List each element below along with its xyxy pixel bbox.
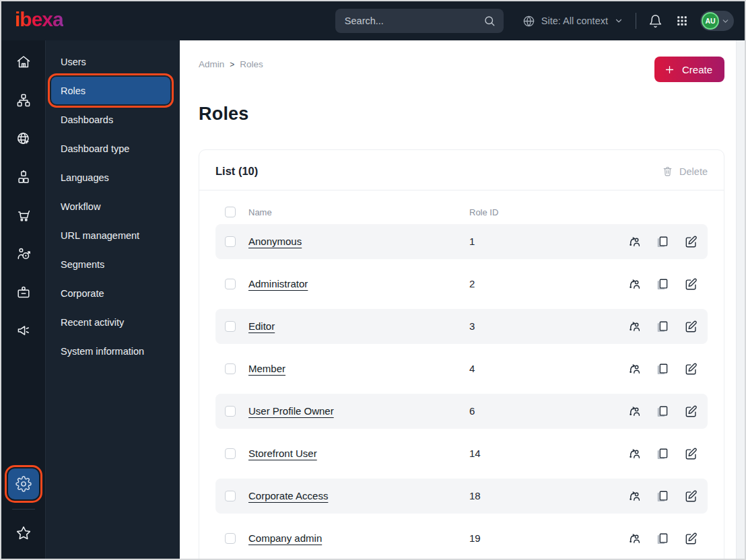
row-checkbox[interactable]	[225, 533, 236, 544]
copy-button[interactable]	[655, 361, 670, 376]
copy-button[interactable]	[655, 277, 670, 291]
sidebar-item-users[interactable]: Users	[51, 47, 170, 76]
site-context-dropdown[interactable]: Site: All context	[522, 15, 623, 28]
create-button[interactable]: Create	[654, 57, 724, 82]
copy-button[interactable]	[655, 319, 670, 334]
rail-product-catalog-button[interactable]	[1, 158, 46, 196]
assign-user-button[interactable]	[627, 489, 642, 503]
row-checkbox[interactable]	[225, 279, 236, 289]
icon-rail	[1, 40, 46, 559]
row-checkbox[interactable]	[225, 236, 236, 247]
breadcrumb-admin[interactable]: Admin	[199, 59, 224, 69]
edit-button[interactable]	[683, 446, 698, 461]
row-checkbox[interactable]	[225, 406, 236, 417]
edit-icon	[683, 446, 698, 461]
row-checkbox[interactable]	[225, 363, 236, 374]
admin-sidebar: Users Roles Dashboards Dashboard type La…	[46, 40, 180, 559]
edit-button[interactable]	[683, 531, 698, 546]
table-row: Anonymous 1	[215, 224, 708, 259]
role-id-value: 2	[469, 278, 475, 289]
assign-user-button[interactable]	[627, 404, 642, 419]
edit-button[interactable]	[683, 277, 698, 291]
sidebar-item-system-information[interactable]: System information	[51, 337, 170, 365]
sidebar-item-label: Languages	[61, 172, 109, 183]
role-name-link[interactable]: Corporate Access	[248, 490, 328, 501]
copy-button[interactable]	[655, 531, 670, 546]
delete-button[interactable]: Delete	[662, 166, 708, 177]
edit-button[interactable]	[683, 319, 698, 334]
role-name-link[interactable]: Editor	[248, 320, 275, 332]
row-actions	[627, 319, 698, 334]
globe-icon	[522, 15, 535, 28]
row-checkbox[interactable]	[225, 491, 236, 501]
user-menu[interactable]: AU	[700, 11, 734, 31]
table-row: Storefront User 14	[215, 436, 708, 471]
bookmarks-star-button[interactable]	[1, 514, 46, 552]
role-name-link[interactable]: Storefront User	[248, 448, 317, 459]
copy-button[interactable]	[655, 489, 670, 503]
role-name-link[interactable]: Anonymous	[248, 236, 302, 247]
assign-user-button[interactable]	[627, 277, 642, 291]
edit-button[interactable]	[683, 234, 698, 249]
edit-button[interactable]	[683, 404, 698, 419]
assign-user-button[interactable]	[627, 531, 642, 546]
app-switcher-button[interactable]	[676, 15, 688, 27]
edit-button[interactable]	[683, 489, 698, 503]
assign-user-button[interactable]	[627, 319, 642, 334]
role-name-link[interactable]: Member	[248, 363, 285, 374]
row-checkbox[interactable]	[225, 321, 236, 332]
sidebar-item-dashboard-type[interactable]: Dashboard type	[51, 134, 170, 163]
role-name-link[interactable]: Company admin	[248, 532, 322, 544]
rail-personalization-target-button[interactable]	[1, 234, 46, 273]
rail-content-tree-button[interactable]	[1, 81, 46, 119]
sidebar-item-corporate[interactable]: Corporate	[51, 279, 170, 308]
notifications-button[interactable]	[648, 14, 663, 28]
sidebar-item-dashboards[interactable]: Dashboards	[51, 105, 170, 134]
role-id-value: 1	[469, 236, 475, 247]
copy-button[interactable]	[655, 234, 670, 249]
row-actions	[627, 404, 698, 419]
sidebar-item-segments[interactable]: Segments	[51, 250, 170, 279]
row-checkbox[interactable]	[225, 448, 236, 459]
sidebar-item-label: Users	[61, 57, 86, 67]
edit-icon	[683, 277, 698, 291]
admin-gear-button[interactable]	[8, 468, 39, 499]
assign-user-icon	[627, 277, 642, 291]
rail-marketing-megaphone-button[interactable]	[1, 311, 46, 349]
row-actions	[627, 361, 698, 376]
rail-commerce-cart-button[interactable]	[1, 196, 46, 234]
search-input[interactable]	[345, 15, 483, 26]
assign-user-button[interactable]	[627, 234, 642, 249]
edit-icon	[683, 489, 698, 503]
sidebar-item-roles[interactable]: Roles	[51, 77, 170, 104]
sidebar-item-workflow[interactable]: Workflow	[51, 192, 170, 221]
assign-user-button[interactable]	[627, 446, 642, 461]
copy-button[interactable]	[655, 404, 670, 419]
search-icon[interactable]	[483, 15, 496, 27]
assign-user-button[interactable]	[627, 361, 642, 376]
plus-icon	[664, 64, 675, 75]
personalization-target-icon	[15, 246, 32, 262]
assign-user-icon	[627, 319, 642, 334]
select-all-checkbox[interactable]	[225, 207, 236, 217]
rail-home-button[interactable]	[1, 42, 46, 81]
role-name-link[interactable]: User Profile Owner	[248, 405, 334, 417]
role-name-link[interactable]: Administrator	[248, 278, 308, 289]
home-icon	[15, 54, 32, 70]
avatar: AU	[702, 12, 719, 30]
assign-user-icon	[627, 234, 642, 249]
create-button-label: Create	[682, 64, 712, 75]
rail-site-globe-button[interactable]	[1, 119, 46, 158]
rail-corporate-badge-button[interactable]	[1, 273, 46, 311]
sidebar-item-label: Corporate	[61, 288, 104, 299]
role-id-value: 6	[469, 405, 475, 417]
edit-button[interactable]	[683, 361, 698, 376]
copy-icon	[655, 446, 670, 461]
table-row: Corporate Access 18	[215, 479, 708, 514]
sidebar-item-languages[interactable]: Languages	[51, 163, 170, 192]
scrollbar[interactable]	[736, 40, 745, 559]
sidebar-item-recent-activity[interactable]: Recent activity	[51, 308, 170, 337]
copy-button[interactable]	[655, 446, 670, 461]
sidebar-item-url-management[interactable]: URL management	[51, 221, 170, 250]
ibexa-logo: ibexa	[15, 9, 63, 32]
